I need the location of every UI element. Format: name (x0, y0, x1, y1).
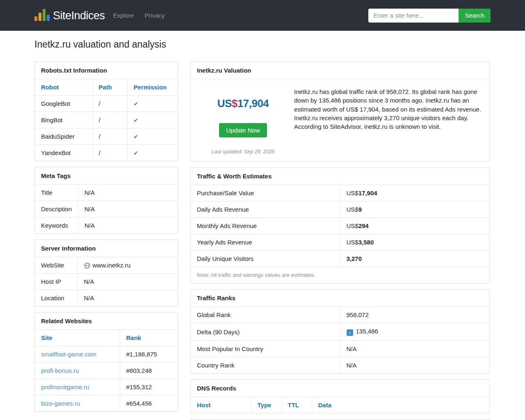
check-icon: ✔ (134, 117, 139, 123)
estimate-value: 3,270 (340, 251, 489, 267)
related-col-rank: Rank (120, 330, 178, 346)
robot-path: / (92, 145, 127, 161)
related-col-site: Site (35, 330, 120, 346)
table-row: profi-bonus.ru #803,248 (35, 363, 178, 379)
rank-label: Delta (90 Days) (191, 323, 340, 341)
table-row: profmonitgame.ru #155,312 (35, 379, 178, 395)
page-content: Inetkz.ru valuation and analysis Robots.… (0, 39, 525, 420)
traffic-ranks-panel: Traffic Ranks Global Rank 958,072 Delta … (190, 289, 490, 374)
website-url: www.inetkz.ru (93, 262, 131, 269)
table-row: Keywords N/A (35, 217, 178, 234)
traffic-worth-table: Purchase/Sale Value US$17,904 Daily Ads … (191, 185, 489, 267)
rank-label: Most Popular In Country (191, 341, 340, 357)
dns-col-ttl: TTL (281, 397, 312, 413)
nav-link-privacy[interactable]: Privacy (144, 12, 164, 19)
robot-name: YandexBot (35, 145, 92, 161)
table-row: Yearly Ads Revenue US$3,580 (191, 234, 489, 251)
server-info-panel: Server Information WebSite www.inetkz.ru (34, 240, 178, 306)
traffic-worth-panel-title: Traffic & Worth Estimates (191, 168, 489, 185)
rank-down-arrow-icon: ↓ (347, 329, 353, 336)
robot-path: / (92, 96, 127, 112)
related-site-link[interactable]: profmonitgame.ru (41, 383, 89, 390)
server-label: WebSite (35, 257, 78, 274)
table-row: Description N/A (35, 201, 178, 217)
rank-value: 958,072 (340, 307, 489, 323)
brand-logo[interactable]: SiteIndices (34, 9, 105, 22)
meta-tags-table: Title N/A Description N/A Keywords N/A (35, 184, 178, 233)
meta-tags-panel-title: Meta Tags (35, 167, 178, 184)
robots-col-robot: Robot (35, 79, 92, 96)
rank-label: Country Rank (191, 357, 340, 374)
meta-value: N/A (78, 185, 178, 201)
table-row: smallfoot-game.com #1,188,875 (35, 346, 178, 363)
table-row: GoogleBot / ✔ (35, 96, 178, 112)
estimate-value: US$3,580 (340, 234, 489, 251)
estimate-label: Monthly Ads Revenue (191, 218, 340, 234)
robot-name: GoogleBot (35, 96, 92, 112)
rank-label: Global Rank (191, 307, 340, 323)
rank-value: N/A (340, 357, 489, 374)
table-row: WebSite www.inetkz.ru (35, 257, 178, 274)
right-column: Inetkz.ru Valuation US$17,904 Update Now… (190, 62, 490, 420)
site-worth-value: US$17,904 (197, 97, 289, 110)
valuation-panel: Inetkz.ru Valuation US$17,904 Update Now… (190, 62, 490, 162)
nav-link-explore[interactable]: Explore (113, 12, 134, 19)
table-row: Daily Ads Revenue US$9 (191, 201, 489, 218)
dns-records-table: Host Type TTL Data (191, 397, 489, 413)
globe-icon (84, 262, 90, 269)
server-label: Location (35, 290, 78, 306)
top-navbar: SiteIndices Explore Privacy Search (0, 0, 525, 31)
main-nav: Explore Privacy (113, 12, 165, 19)
meta-value: N/A (78, 201, 178, 217)
robots-panel: Robots.txt Information Robot Path Permis… (34, 62, 178, 161)
table-row: Location N/A (35, 290, 178, 306)
traffic-ranks-panel-title: Traffic Ranks (191, 290, 489, 306)
check-icon: ✔ (134, 150, 139, 156)
update-now-button[interactable]: Update Now (219, 123, 267, 137)
robots-col-permission: Permission (127, 79, 178, 96)
currency-symbol: $ (232, 97, 237, 110)
robot-name: BingBot (35, 112, 92, 128)
valuation-description: Inetkz.ru has global traffic rank of 958… (289, 87, 483, 155)
table-row: Host IP N/A (35, 274, 178, 290)
rank-value: ↓135,486 (340, 323, 489, 341)
robot-path: / (92, 128, 127, 145)
dns-col-data: Data (312, 397, 489, 413)
table-row: Daily Unique Visitors 3,270 (191, 251, 489, 267)
dns-col-type: Type (251, 397, 281, 413)
meta-label: Title (35, 185, 78, 201)
related-site-rank: #803,248 (120, 363, 178, 379)
table-row: bizo-games.ru #654,456 (35, 395, 178, 412)
robot-name: BaiduSpider (35, 128, 92, 145)
table-row: YandexBot / ✔ (35, 145, 178, 161)
brand-name: SiteIndices (53, 10, 105, 22)
table-row: Most Popular In Country N/A (191, 341, 489, 357)
estimates-note: Note: All traffic and earnings values ar… (191, 267, 489, 283)
related-site-link[interactable]: smallfoot-game.com (41, 351, 96, 358)
search-button[interactable]: Search (459, 9, 491, 23)
server-value: www.inetkz.ru (78, 257, 178, 274)
related-site-link[interactable]: bizo-games.ru (41, 400, 80, 407)
page-title: Inetkz.ru valuation and analysis (34, 39, 490, 50)
related-websites-panel: Related Websites Site Rank smallfoot-gam… (34, 312, 178, 412)
traffic-ranks-table: Global Rank 958,072 Delta (90 Days) ↓135… (191, 306, 489, 373)
server-value: N/A (78, 274, 178, 290)
table-row: Purchase/Sale Value US$17,904 (191, 185, 489, 201)
robots-col-path: Path (92, 79, 127, 96)
search-input[interactable] (368, 9, 459, 23)
estimate-label: Daily Ads Revenue (191, 201, 340, 218)
meta-value: N/A (78, 217, 178, 234)
dns-records-panel-title: DNS Records (191, 380, 489, 397)
server-value: N/A (78, 290, 178, 306)
table-row: Title N/A (35, 185, 178, 201)
table-row: Global Rank 958,072 (191, 307, 489, 323)
robot-path: / (92, 112, 127, 128)
meta-label: Description (35, 201, 78, 217)
related-websites-panel-title: Related Websites (35, 313, 178, 329)
related-site-rank: #1,188,875 (120, 346, 178, 363)
site-search-form: Search (368, 9, 491, 23)
related-site-rank: #155,312 (120, 379, 178, 395)
dns-records-panel: DNS Records Host Type TTL Data (190, 379, 490, 413)
table-row: Monthly Ads Revenue US$294 (191, 218, 489, 234)
related-site-link[interactable]: profi-bonus.ru (41, 367, 79, 374)
